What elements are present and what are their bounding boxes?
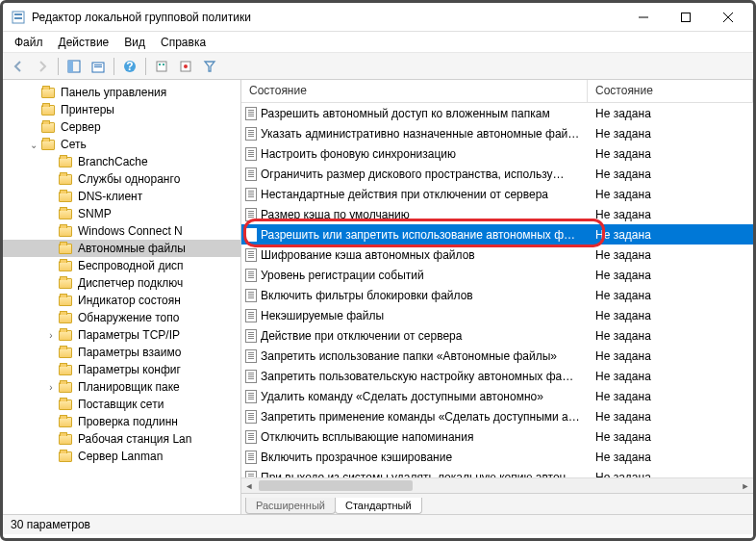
menu-help[interactable]: Справка bbox=[153, 34, 214, 51]
list-item-state: Не задана bbox=[588, 410, 753, 424]
tree-item[interactable]: Автономные файлы bbox=[3, 240, 240, 257]
tree-item[interactable]: Параметры взаимо bbox=[3, 344, 240, 361]
tree-item[interactable]: Параметры конфиг bbox=[3, 361, 240, 378]
list-row[interactable]: Некэшируемые файлыНе задана bbox=[241, 305, 753, 325]
bottom-tabs: Расширенный Стандартный bbox=[241, 493, 753, 514]
tree-item-label: BranchCache bbox=[76, 154, 150, 169]
list-item-name: Настроить фоновую синхронизацию bbox=[261, 147, 456, 161]
chevron-right-icon[interactable]: › bbox=[45, 382, 57, 393]
tree-item[interactable]: Беспроводной дисп bbox=[3, 257, 240, 274]
tree-item[interactable]: Службы однорангo bbox=[3, 170, 240, 188]
list-item-state: Не задана bbox=[588, 329, 753, 343]
tab-standard[interactable]: Стандартный bbox=[335, 498, 422, 514]
policy-icon bbox=[245, 329, 257, 343]
help-button[interactable]: ? bbox=[118, 56, 141, 77]
list-row[interactable]: Запретить использование папки «Автономны… bbox=[241, 346, 753, 366]
tab-extended[interactable]: Расширенный bbox=[245, 498, 336, 514]
column-header-state[interactable]: Состояние bbox=[588, 80, 753, 102]
list-item-state: Не задана bbox=[588, 289, 753, 302]
filter-button[interactable] bbox=[198, 56, 221, 77]
tree-item[interactable]: Рабочая станция Lan bbox=[3, 430, 240, 448]
chevron-right-icon[interactable]: › bbox=[45, 330, 57, 341]
list-row[interactable]: Разрешить автономный доступ ко вложенным… bbox=[241, 103, 753, 123]
tree-item[interactable]: Принтеры bbox=[3, 101, 240, 118]
tree-item[interactable]: Обнаружение топо bbox=[3, 309, 240, 326]
list-row[interactable]: Настроить фоновую синхронизациюНе задана bbox=[241, 143, 753, 164]
scroll-left-icon[interactable]: ◄ bbox=[241, 478, 257, 494]
tree-item[interactable]: Проверка подлинн bbox=[3, 413, 240, 430]
list-item-state: Не задана bbox=[588, 208, 753, 221]
list-item-name: Ограничить размер дискового пространства… bbox=[261, 167, 565, 181]
scroll-thumb[interactable] bbox=[259, 480, 413, 491]
folder-icon bbox=[59, 434, 72, 445]
svg-rect-15 bbox=[159, 64, 161, 65]
list-row[interactable]: Включить прозрачное кэшированиеНе задана bbox=[241, 447, 753, 467]
svg-rect-11 bbox=[94, 66, 102, 67]
list-item-name: Уровень регистрации событий bbox=[261, 269, 424, 282]
list-row[interactable]: Ограничить размер дискового пространства… bbox=[241, 164, 753, 184]
tree-item-label: Сервер bbox=[59, 119, 103, 135]
properties-button[interactable] bbox=[174, 56, 197, 77]
folder-icon bbox=[59, 174, 72, 185]
maximize-button[interactable] bbox=[665, 4, 707, 31]
content-area: Панель управленияПринтерыСервер⌄СетьBran… bbox=[3, 80, 753, 515]
tree-item[interactable]: Поставщик сети bbox=[3, 396, 240, 413]
list-row[interactable]: Удалить команду «Сделать доступными авто… bbox=[241, 386, 753, 406]
tree-item[interactable]: Индикатор состоян bbox=[3, 292, 240, 309]
tree-item[interactable]: Диспетчер подключ bbox=[3, 274, 240, 292]
title-bar: Редактор локальной групповой политики bbox=[3, 3, 753, 32]
close-button[interactable] bbox=[707, 4, 749, 31]
tree-item[interactable]: BranchCache bbox=[3, 153, 240, 170]
folder-icon bbox=[59, 365, 72, 375]
list-item-name: Запретить пользовательскую настройку авт… bbox=[261, 370, 573, 383]
list-item-name: Включить прозрачное кэширование bbox=[261, 451, 452, 464]
chevron-down-icon[interactable]: ⌄ bbox=[28, 140, 39, 150]
menu-file[interactable]: Файл bbox=[7, 34, 51, 51]
list-item-state: Не задана bbox=[588, 147, 753, 161]
list-row[interactable]: Действие при отключении от сервераНе зад… bbox=[241, 325, 753, 346]
tree-item[interactable]: Windows Connect N bbox=[3, 222, 240, 240]
list-body[interactable]: Разрешить автономный доступ ко вложенным… bbox=[241, 103, 753, 514]
policy-icon bbox=[245, 127, 257, 141]
list-item-state: Не задана bbox=[588, 451, 753, 464]
list-row[interactable]: Шифрование кэша автономных файловНе зада… bbox=[241, 245, 753, 265]
list-item-name: Отключить всплывающие напоминания bbox=[261, 430, 473, 444]
tree-item[interactable]: Панель управления bbox=[3, 84, 240, 101]
list-row[interactable]: Нестандартные действия при отключении от… bbox=[241, 184, 753, 204]
list-row[interactable]: Размер кэша по умолчаниюНе задана bbox=[241, 204, 753, 224]
menu-action[interactable]: Действие bbox=[51, 34, 117, 51]
list-row[interactable]: Указать административно назначенные авто… bbox=[241, 123, 753, 143]
status-text: 30 параметров bbox=[11, 518, 90, 531]
list-row[interactable]: Отключить всплывающие напоминанияНе зада… bbox=[241, 426, 753, 447]
tree-item[interactable]: ›Параметры TCP/IP bbox=[3, 326, 240, 344]
export-list-button[interactable] bbox=[87, 56, 110, 77]
list-row[interactable]: Уровень регистрации событийНе задана bbox=[241, 265, 753, 285]
tree-panel[interactable]: Панель управленияПринтерыСервер⌄СетьBran… bbox=[3, 80, 241, 514]
forward-button[interactable] bbox=[31, 56, 54, 77]
menu-view[interactable]: Вид bbox=[116, 34, 153, 51]
folder-icon bbox=[59, 261, 72, 271]
folder-icon bbox=[59, 313, 72, 323]
minimize-button[interactable] bbox=[622, 4, 665, 31]
horizontal-scrollbar[interactable]: ◄ ► bbox=[241, 477, 753, 493]
app-icon bbox=[11, 10, 26, 25]
list-item-name: Шифрование кэша автономных файлов bbox=[261, 248, 475, 262]
policy-icon bbox=[245, 410, 257, 424]
list-row[interactable]: Запретить применение команды «Сделать до… bbox=[241, 406, 753, 426]
list-row[interactable]: Включить фильтры блокировки файловНе зад… bbox=[241, 285, 753, 305]
list-item-name: Размер кэша по умолчанию bbox=[261, 208, 410, 221]
tree-item[interactable]: DNS-клиент bbox=[3, 188, 240, 205]
options-button[interactable] bbox=[150, 56, 173, 77]
list-row[interactable]: Запретить пользовательскую настройку авт… bbox=[241, 366, 753, 386]
list-row[interactable]: Разрешить или запретить использование ав… bbox=[241, 224, 753, 245]
column-header-name[interactable]: Состояние bbox=[241, 80, 588, 102]
tree-item[interactable]: SNMP bbox=[3, 205, 240, 222]
tree-item[interactable]: Сервер bbox=[3, 118, 240, 136]
tree-item[interactable]: Сервер Lanman bbox=[3, 448, 240, 465]
tree-item[interactable]: ›Планировщик паке bbox=[3, 378, 240, 396]
svg-point-18 bbox=[184, 64, 188, 68]
scroll-right-icon[interactable]: ► bbox=[738, 478, 753, 494]
back-button[interactable] bbox=[7, 56, 30, 77]
show-hide-tree-button[interactable] bbox=[63, 56, 86, 77]
tree-item[interactable]: ⌄Сеть bbox=[3, 136, 240, 153]
